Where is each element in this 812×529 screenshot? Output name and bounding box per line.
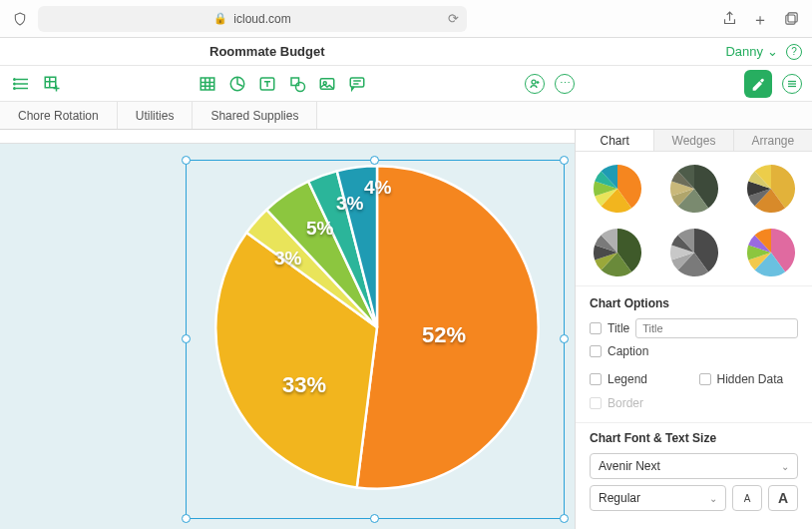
insert-chart-button[interactable] [225, 72, 249, 96]
insert-shape-button[interactable] [285, 72, 309, 96]
svg-point-21 [296, 82, 305, 91]
chart-style-thumb-6[interactable] [743, 228, 798, 277]
chevron-down-icon: ⌄ [767, 44, 778, 59]
pie-label-4: 4% [364, 177, 391, 199]
pie-label-33: 33% [282, 372, 326, 398]
caption-label: Caption [608, 344, 648, 358]
organize-button[interactable] [782, 74, 802, 94]
svg-point-6 [14, 83, 16, 85]
spreadsheet-canvas[interactable]: 52% 33% 3% 5% 3% 4% [0, 130, 575, 529]
chart-style-thumb-5[interactable] [666, 228, 721, 277]
sheet-tabs: Chore Rotation Utilities Shared Supplies [0, 102, 812, 130]
chart-title-input[interactable] [635, 318, 798, 338]
pie-chart[interactable]: 52% 33% 3% 5% 3% 4% [212, 163, 542, 492]
tabs-icon[interactable] [783, 10, 800, 27]
chart-style-thumb-1[interactable] [590, 164, 644, 214]
chart-font-section: Chart Font & Text Size Avenir Next ⌄ Reg… [576, 423, 812, 529]
hidden-data-checkbox[interactable] [699, 373, 711, 385]
user-name: Danny [725, 44, 763, 59]
more-button[interactable]: ⋯ [555, 74, 575, 94]
svg-point-5 [14, 78, 16, 80]
sheet-tab-shared-supplies[interactable]: Shared Supplies [193, 102, 317, 129]
add-sheet-button[interactable] [40, 72, 64, 96]
pie-label-5: 5% [306, 218, 333, 240]
font-family-value: Avenir Next [599, 459, 660, 473]
hidden-data-label: Hidden Data [717, 372, 784, 386]
format-button[interactable] [744, 70, 772, 98]
user-menu[interactable]: Danny ⌄ [725, 44, 778, 59]
url-text: icloud.com [233, 12, 290, 26]
toolbar: ⋯ [0, 66, 812, 102]
chevron-down-icon: ⌄ [709, 493, 717, 504]
address-bar[interactable]: 🔒 icloud.com ⟳ [38, 6, 467, 32]
sheet-tab-utilities[interactable]: Utilities [118, 102, 194, 129]
resize-handle-ne[interactable] [560, 156, 569, 165]
privacy-shield-icon[interactable] [12, 10, 28, 28]
help-button[interactable]: ? [786, 44, 802, 60]
app-header: Roommate Budget Danny ⌄ ? [0, 38, 812, 66]
inspector-tabs: Chart Wedges Arrange [576, 130, 812, 152]
border-label: Border [608, 396, 643, 410]
resize-handle-w[interactable] [182, 334, 191, 343]
legend-label: Legend [608, 372, 647, 386]
pie-label-52: 52% [422, 322, 466, 348]
insert-table-button[interactable] [196, 72, 219, 96]
font-weight-value: Regular [599, 491, 640, 505]
caption-checkbox[interactable] [590, 345, 602, 357]
pie-label-3a: 3% [274, 248, 301, 269]
svg-point-27 [532, 80, 536, 84]
selected-chart[interactable]: 52% 33% 3% 5% 3% 4% [186, 160, 565, 519]
insert-text-button[interactable] [255, 72, 279, 96]
sheet-tab-empty [317, 102, 812, 129]
tab-arrange[interactable]: Arrange [734, 130, 812, 151]
tab-wedges[interactable]: Wedges [654, 130, 733, 151]
svg-rect-20 [291, 78, 299, 86]
pie-label-3b: 3% [336, 193, 363, 215]
chart-style-thumb-2[interactable] [666, 164, 721, 214]
share-icon[interactable] [721, 10, 738, 27]
new-tab-icon[interactable]: ＋ [752, 10, 769, 27]
font-family-select[interactable]: Avenir Next ⌄ [590, 453, 798, 479]
svg-rect-1 [786, 15, 795, 24]
resize-handle-s[interactable] [370, 514, 379, 523]
resize-handle-n[interactable] [370, 156, 379, 165]
chart-options-section: Chart Options Title Caption Legend Hidde… [576, 286, 812, 423]
font-size-increase[interactable]: A [768, 485, 798, 511]
font-weight-select[interactable]: Regular ⌄ [590, 485, 726, 511]
chart-font-heading: Chart Font & Text Size [590, 431, 798, 445]
title-checkbox[interactable] [590, 322, 602, 334]
sheet-tab-chore-rotation[interactable]: Chore Rotation [0, 102, 118, 129]
font-size-decrease[interactable]: A [732, 485, 762, 511]
title-label: Title [608, 321, 629, 335]
format-inspector: Chart Wedges Arrange Chart Options Title… [575, 130, 812, 529]
svg-rect-13 [201, 78, 214, 90]
collaborate-button[interactable] [525, 74, 545, 94]
reload-icon[interactable]: ⟳ [448, 11, 459, 26]
chart-options-heading: Chart Options [590, 296, 798, 310]
chart-style-thumb-4[interactable] [590, 228, 644, 277]
view-menu-button[interactable] [10, 72, 34, 96]
resize-handle-nw[interactable] [182, 156, 191, 165]
legend-checkbox[interactable] [590, 373, 602, 385]
tab-chart[interactable]: Chart [576, 130, 654, 151]
chart-style-grid [576, 152, 812, 286]
insert-comment-button[interactable] [345, 72, 369, 96]
chevron-down-icon: ⌄ [781, 461, 789, 472]
border-checkbox [590, 397, 602, 409]
chart-style-thumb-3[interactable] [743, 164, 798, 214]
insert-media-button[interactable] [315, 72, 339, 96]
svg-rect-24 [350, 78, 364, 87]
document-title: Roommate Budget [209, 44, 325, 59]
svg-point-7 [14, 87, 16, 89]
browser-bar: 🔒 icloud.com ⟳ ＋ [0, 0, 812, 38]
resize-handle-sw[interactable] [182, 514, 191, 523]
resize-handle-e[interactable] [560, 334, 569, 343]
svg-rect-0 [788, 13, 797, 22]
lock-icon: 🔒 [213, 12, 227, 25]
resize-handle-se[interactable] [560, 514, 569, 523]
